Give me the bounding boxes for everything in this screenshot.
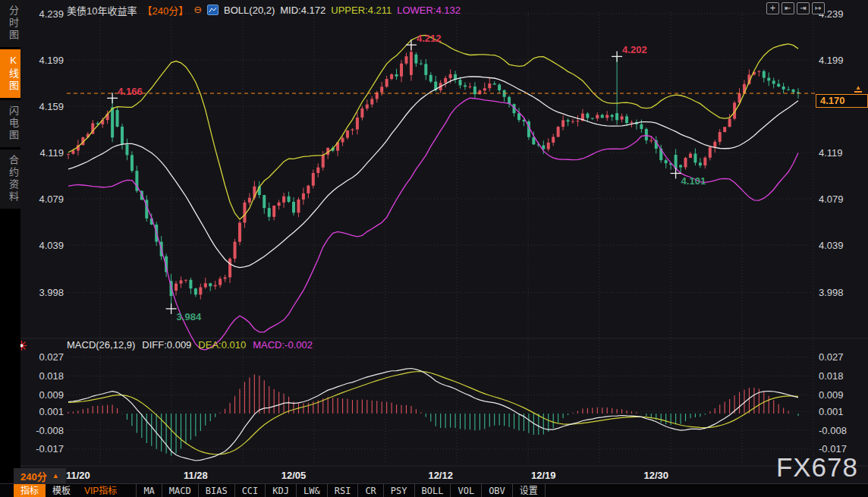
period-selector[interactable]: 240分 ▲ <box>14 468 66 483</box>
boll-mid-value: MID:4.172 <box>280 5 326 16</box>
toolbar-item-BIAS[interactable]: BIAS <box>199 484 235 497</box>
macd-dea-value: DEA:0.010 <box>198 339 246 351</box>
date-axis-label: 12/19 <box>531 470 556 481</box>
macd-axis-label: 0.018 <box>39 370 64 382</box>
macd-axis-label: -0.017 <box>36 443 64 455</box>
scroll-latest-icon[interactable]: ↦ <box>812 2 825 14</box>
toolbar-item-KDJ[interactable]: KDJ <box>266 484 297 497</box>
price-marker-icon: ▲ <box>854 84 862 93</box>
date-axis-label: 12/05 <box>281 470 307 481</box>
price-axis-label: 4.159 <box>39 101 64 112</box>
price-axis-label: 4.199 <box>39 55 64 66</box>
trading-app-window: 4.2394.2394.1994.1994.1594.1194.1194.079… <box>0 0 868 497</box>
toolbar-item-RSI[interactable]: RSI <box>328 484 359 497</box>
toolbar-item-LW&[interactable]: LW& <box>297 484 328 497</box>
price-axis-label: 4.079 <box>39 193 64 205</box>
toolbar-item-VIP指标[interactable]: VIP指标 <box>77 484 124 497</box>
macd-axis-label: 0.009 <box>819 389 844 401</box>
macd-axis-label: 0.001 <box>819 406 844 417</box>
sidebar-tab-K线图[interactable]: K线图 <box>0 49 20 98</box>
toolbar-item-模板[interactable]: 模板 <box>46 484 77 497</box>
chart-header: 美债10年收益率 【240分】 ⊖ BOLL(20,2) MID:4.172 U… <box>67 4 461 16</box>
boll-lower-value: LOWER:4.132 <box>397 5 461 16</box>
boll-indicator-icon <box>207 5 219 15</box>
toolbar-item-VOL[interactable]: VOL <box>451 484 482 497</box>
price-axis-label: 4.079 <box>819 193 844 205</box>
price-axis-label: 4.199 <box>819 55 844 66</box>
date-axis-label: 12/12 <box>428 470 453 481</box>
toolbar-item-PSY[interactable]: PSY <box>384 484 415 497</box>
boll-upper-value: UPPER:4.211 <box>331 5 392 16</box>
macd-header: MACD(26,12,9) DIFF:0.009 DEA:0.010 MACD:… <box>67 339 313 351</box>
price-annotation: 3.984 <box>177 311 202 322</box>
toolbar-item-指标[interactable]: 指标 <box>14 484 46 497</box>
price-axis-label: 4.239 <box>39 8 64 20</box>
zoom-right-icon[interactable]: ⇥ <box>797 2 810 14</box>
toolbar-item-BOLL[interactable]: BOLL <box>415 484 451 497</box>
chart-type-sidebar: 分时图K线图闪电图合约资料 <box>0 0 20 497</box>
period-label: 【240分】 <box>142 3 188 17</box>
sidebar-tab-闪电图[interactable]: 闪电图 <box>0 100 20 147</box>
date-axis-label: 11/20 <box>66 470 90 481</box>
macd-axis-label: 0.027 <box>819 351 844 363</box>
watermark: FX678 <box>776 452 858 483</box>
macd-params-label: MACD(26,12,9) <box>67 339 135 351</box>
price-annotation: 4.166 <box>118 86 143 97</box>
window-controls: +⇤⇥↦ <box>766 2 825 14</box>
macd-axis-label: 0.001 <box>39 406 64 417</box>
price-axis-label: 4.039 <box>39 240 64 251</box>
price-axis-label: 4.119 <box>819 147 843 159</box>
indicator-toolbar: 指标模板VIP指标MAMACDBIASCCIKDJLW&RSICRPSYBOLL… <box>0 483 868 497</box>
sidebar-tab-合约资料[interactable]: 合约资料 <box>0 149 20 209</box>
price-annotation: 4.202 <box>622 44 647 55</box>
boll-label: BOLL(20,2) <box>224 5 275 16</box>
price-annotation: 4.212 <box>417 33 442 44</box>
period-selector-label: 240分 <box>20 469 47 483</box>
pan-icon[interactable]: + <box>766 2 779 14</box>
toolbar-item-MA[interactable]: MA <box>136 484 162 497</box>
toolbar-item-OBV[interactable]: OBV <box>482 484 513 497</box>
toolbar-item-CR[interactable]: CR <box>358 484 383 497</box>
price-axis-label: 4.119 <box>39 147 64 159</box>
macd-axis-label: -0.008 <box>819 425 847 436</box>
macd-axis-label: -0.008 <box>36 425 64 436</box>
chevron-up-icon: ▲ <box>52 472 59 480</box>
current-price-tag: 4.170 <box>816 94 868 108</box>
price-axis-label: 3.998 <box>39 287 64 298</box>
date-axis-label: 11/28 <box>184 470 208 481</box>
date-axis-label: 12/30 <box>643 470 668 481</box>
price-axis-label: 4.039 <box>819 240 844 251</box>
price-axis-label: 3.998 <box>819 287 844 298</box>
macd-axis-label: 0.009 <box>39 389 64 401</box>
chart-canvas[interactable]: 4.2394.2394.1994.1994.1594.1194.1194.079… <box>0 0 868 497</box>
toolbar-item-CCI[interactable]: CCI <box>235 484 266 497</box>
zoom-left-icon[interactable]: ⇤ <box>782 2 794 14</box>
macd-axis-label: 0.018 <box>819 370 844 382</box>
toolbar-item-MACD[interactable]: MACD <box>162 484 199 497</box>
collapse-icon[interactable]: ⊖ <box>193 5 202 14</box>
macd-diff-value: DIFF:0.009 <box>142 339 191 351</box>
instrument-title: 美债10年收益率 <box>67 3 137 17</box>
macd-value: MACD:-0.002 <box>253 339 313 351</box>
macd-axis-label: 0.027 <box>39 351 64 363</box>
sidebar-tab-分时图[interactable]: 分时图 <box>0 0 20 47</box>
price-annotation: 4.101 <box>681 175 706 187</box>
toolbar-item-设置[interactable]: 设置 <box>513 484 546 497</box>
